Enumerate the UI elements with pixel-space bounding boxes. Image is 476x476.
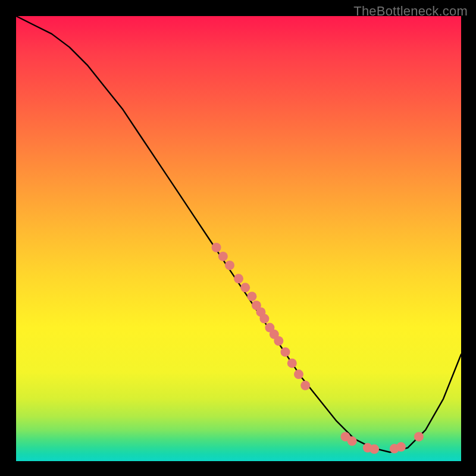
sample-dot [259,314,269,324]
dots-group [212,243,424,454]
sample-dot [281,347,290,357]
sample-dot [218,252,228,261]
plot-area [16,16,461,461]
sample-dot [225,261,234,270]
chart-stage: TheBottleneck.com [0,0,476,476]
sample-dot [294,369,303,379]
sample-dot [396,442,406,452]
sample-dot [274,336,283,346]
sample-dot [347,436,357,446]
sample-dot [240,283,250,292]
plot-svg [16,16,461,461]
sample-dot [414,432,424,441]
sample-dot [369,444,379,454]
watermark-text: TheBottleneck.com [353,4,468,19]
bottleneck-curve [16,16,461,452]
sample-dot [212,243,221,252]
sample-dot [300,381,310,390]
sample-dot [287,358,297,368]
sample-dot [247,292,256,301]
sample-dot [234,274,243,283]
